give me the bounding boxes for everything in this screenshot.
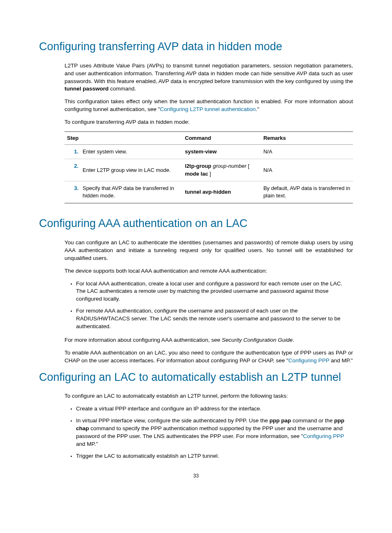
remarks-cell: N/A bbox=[261, 145, 353, 159]
list-item: In virtual PPP interface view, configure… bbox=[76, 417, 353, 448]
text: and MP." bbox=[329, 357, 353, 364]
section3-body: To configure an LAC to automatically est… bbox=[65, 392, 353, 460]
paragraph: L2TP uses Attribute Value Pairs (AVPs) t… bbox=[65, 62, 353, 93]
remarks-cell: By default, AVP data is transferred in p… bbox=[261, 181, 353, 203]
step-number: 3. bbox=[65, 181, 80, 203]
bullet-list: Create a virtual PPP interface and confi… bbox=[65, 405, 353, 460]
link-configuring-ppp[interactable]: Configuring PPP bbox=[303, 433, 344, 439]
cmd-text: ] bbox=[208, 171, 211, 177]
paragraph: For more information about configuring A… bbox=[65, 336, 353, 344]
step-text: Enter system view. bbox=[80, 145, 182, 159]
command-cell: tunnel avp-hidden bbox=[182, 181, 261, 203]
link-configuring-ppp[interactable]: Configuring PPP bbox=[288, 357, 330, 364]
heading-lac-auto: Configuring an LAC to automatically esta… bbox=[39, 370, 353, 385]
paragraph: To configure an LAC to automatically est… bbox=[65, 392, 353, 400]
bold-text: ppp pap bbox=[270, 417, 291, 424]
text: and MP." bbox=[76, 441, 98, 447]
paragraph: To configure transferring AVP data in hi… bbox=[65, 118, 353, 126]
cmd-bold: l2tp-group bbox=[185, 163, 211, 169]
list-item: Create a virtual PPP interface and confi… bbox=[76, 405, 353, 413]
command-cell: l2tp-group group-number [ mode lac ] bbox=[182, 159, 261, 181]
step-number: 1. bbox=[65, 145, 80, 159]
cmd-text: [ bbox=[248, 163, 249, 169]
table-row: 2. Enter L2TP group view in LAC mode. l2… bbox=[65, 159, 353, 181]
step-number: 2. bbox=[65, 159, 80, 181]
table-row: 3. Specify that AVP data be transferred … bbox=[65, 181, 353, 203]
text: ." bbox=[256, 106, 259, 112]
command-cell: system-view bbox=[182, 145, 261, 159]
heading-aaa-auth: Configuring AAA authentication on an LAC bbox=[39, 216, 353, 232]
text: In virtual PPP interface view, configure… bbox=[76, 417, 270, 424]
remarks-cell: N/A bbox=[261, 159, 353, 181]
section2-body: You can configure an LAC to authenticate… bbox=[65, 239, 353, 365]
text: command to specify the PPP authenticatio… bbox=[76, 425, 343, 439]
config-table-avp: Step Command Remarks 1. Enter system vie… bbox=[65, 131, 353, 204]
document-page: Configuring transferring AVP data in hid… bbox=[0, 0, 392, 496]
cmd-bold: system-view bbox=[185, 148, 217, 155]
bold-text: tunnel password bbox=[65, 86, 108, 92]
list-item: Trigger the LAC to automatically establi… bbox=[76, 452, 353, 460]
heading-avp-hidden: Configuring transferring AVP data in hid… bbox=[39, 39, 353, 55]
list-item: For local AAA authentication, create a l… bbox=[76, 280, 353, 304]
italic-text: Security Configuration Guide bbox=[222, 337, 293, 343]
paragraph: This configuration takes effect only whe… bbox=[65, 98, 353, 114]
page-number: 33 bbox=[39, 473, 353, 480]
section1-body: L2TP uses Attribute Value Pairs (AVPs) t… bbox=[65, 62, 353, 204]
text: L2TP uses Attribute Value Pairs (AVPs) t… bbox=[65, 63, 353, 84]
text: . bbox=[293, 337, 294, 343]
list-item: For remote AAA authentication, configure… bbox=[76, 307, 353, 331]
paragraph: To enable AAA authentication on an LAC, … bbox=[65, 349, 353, 365]
cmd-italic: group-number bbox=[211, 163, 248, 169]
step-text: Enter L2TP group view in LAC mode. bbox=[80, 159, 182, 181]
table-header-remarks: Remarks bbox=[261, 132, 353, 145]
table-header-step: Step bbox=[65, 132, 182, 145]
paragraph: The device supports both local AAA authe… bbox=[65, 267, 353, 275]
cmd-bold: tunnel avp-hidden bbox=[185, 189, 231, 195]
bullet-list: For local AAA authentication, create a l… bbox=[65, 280, 353, 331]
text: command. bbox=[108, 86, 136, 92]
paragraph: You can configure an LAC to authenticate… bbox=[65, 239, 353, 262]
text: command or the bbox=[291, 417, 334, 424]
step-text: Specify that AVP data be transferred in … bbox=[80, 181, 182, 203]
table-row: 1. Enter system view. system-view N/A bbox=[65, 145, 353, 159]
table-header-command: Command bbox=[182, 132, 261, 145]
cmd-bold: mode lac bbox=[185, 171, 208, 177]
text: For more information about configuring A… bbox=[65, 337, 222, 343]
link-tunnel-auth[interactable]: Configuring L2TP tunnel authentication bbox=[160, 106, 256, 112]
